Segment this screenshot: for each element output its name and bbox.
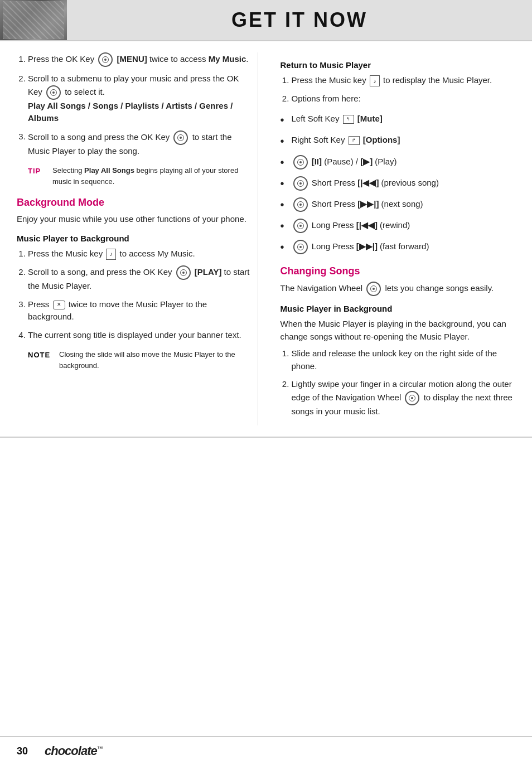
changing-songs-intro: The Navigation Wheel lets you change son… xyxy=(280,282,516,296)
option-rewind: • Long Press [|◀◀] (rewind) xyxy=(280,219,516,234)
option-fastforward: • Long Press [▶▶|] (fast forward) xyxy=(280,240,516,255)
footer: 30 chocolate™ xyxy=(0,736,532,765)
bg-step-2: Scroll to a song, and press the OK Key [… xyxy=(28,265,252,293)
music-key-icon-2: ♪ xyxy=(370,75,380,86)
return-to-music-heading: Return to Music Player xyxy=(280,60,516,70)
ok-key-icon-2 xyxy=(46,85,61,100)
header: GET IT NOW xyxy=(0,0,532,40)
header-title: GET IT NOW xyxy=(67,8,532,32)
music-player-to-background-heading: Music Player to Background xyxy=(17,234,252,243)
ok-key-icon-3 xyxy=(173,130,188,145)
left-softkey-icon: ↰ xyxy=(343,115,354,124)
page-number: 30 xyxy=(17,745,33,757)
option-prev-song-text: Short Press [|◀◀] (previous song) xyxy=(292,176,439,191)
main-content: Press the OK Key [MENU] twice to access … xyxy=(0,41,532,437)
background-steps: Press the Music key ♪ to access My Music… xyxy=(17,248,252,342)
changing-songs-body: When the Music Player is playing in the … xyxy=(280,318,516,343)
step-3: Scroll to a song and press the OK Key to… xyxy=(28,130,252,158)
option-pause-play: • [II] (Pause) / [▶] (Play) xyxy=(280,155,516,171)
left-column: Press the OK Key [MENU] twice to access … xyxy=(17,52,258,425)
bullet-1: • xyxy=(280,112,287,128)
play-options-label: Play All Songs / Songs / Playlists / Art… xyxy=(28,101,233,123)
header-image xyxy=(0,0,67,40)
option-fastforward-text: Long Press [▶▶|] (fast forward) xyxy=(292,240,429,254)
ok-key-icon-9 xyxy=(293,240,308,254)
play-label: [PLAY] xyxy=(195,267,222,277)
right-softkey-icon: ↱ xyxy=(349,136,360,145)
bottom-divider xyxy=(0,437,532,438)
tip-block: TIP Selecting Play All Songs begins play… xyxy=(28,165,252,187)
change-step-2: Lightly swipe your finger in a circular … xyxy=(292,378,516,418)
option-options: • Right Soft Key ↱ [Options] xyxy=(280,134,516,149)
nav-wheel-icon-2 xyxy=(405,391,419,405)
step-1: Press the OK Key [MENU] twice to access … xyxy=(28,52,252,67)
my-music-label: My Music xyxy=(209,54,246,64)
right-column: Return to Music Player Press the Music k… xyxy=(275,52,516,425)
background-mode-heading: Background Mode xyxy=(17,197,252,209)
nav-wheel-icon xyxy=(366,282,381,296)
brand-name: chocolate™ xyxy=(45,744,103,758)
bullet-5: • xyxy=(280,196,287,213)
note-text: Closing the slide will also move the Mus… xyxy=(59,349,252,371)
option-next-song-text: Short Press [▶▶|] (next song) xyxy=(292,197,423,212)
option-mute-text: Left Soft Key ↰ [Mute] xyxy=(292,113,383,125)
option-next-song: • Short Press [▶▶|] (next song) xyxy=(280,197,516,213)
changing-songs-heading: Changing Songs xyxy=(280,265,516,277)
bullet-2: • xyxy=(280,133,287,149)
options-list: • Left Soft Key ↰ [Mute] • Right Soft Ke… xyxy=(280,113,516,255)
changing-steps: Slide and release the unlock key on the … xyxy=(280,347,516,418)
option-rewind-text: Long Press [|◀◀] (rewind) xyxy=(292,219,410,233)
ok-key-icon-4 xyxy=(176,265,191,280)
option-mute: • Left Soft Key ↰ [Mute] xyxy=(280,113,516,128)
ok-key-icon-6 xyxy=(293,176,308,191)
end-key-icon: ✕ xyxy=(53,301,65,309)
return-step-2: Options from here: xyxy=(292,93,516,105)
ok-key-icon-1 xyxy=(98,52,113,67)
music-player-background-heading: Music Player in Background xyxy=(280,304,516,313)
bg-step-4: The current song title is displayed unde… xyxy=(28,329,252,342)
return-step-1: Press the Music key ♪ to redisplay the M… xyxy=(292,74,516,87)
change-step-1: Slide and release the unlock key on the … xyxy=(292,347,516,372)
ok-key-icon-5 xyxy=(293,155,308,170)
note-block: NOTE Closing the slide will also move th… xyxy=(28,349,252,371)
option-options-text: Right Soft Key ↱ [Options] xyxy=(292,134,400,147)
bullet-4: • xyxy=(280,175,287,192)
background-intro: Enjoy your music while you use other fun… xyxy=(17,213,252,226)
brand-text: chocolate xyxy=(45,744,97,758)
main-steps: Press the OK Key [MENU] twice to access … xyxy=(17,52,252,157)
menu-label: [MENU] xyxy=(117,54,147,64)
option-prev-song: • Short Press [|◀◀] (previous song) xyxy=(280,176,516,192)
step-2: Scroll to a submenu to play your music a… xyxy=(28,72,252,125)
tip-label: TIP xyxy=(28,165,46,187)
ok-key-icon-8 xyxy=(293,219,308,233)
return-steps: Press the Music key ♪ to redisplay the M… xyxy=(280,74,516,105)
bg-step-1: Press the Music key ♪ to access My Music… xyxy=(28,248,252,260)
option-pause-play-text: [II] (Pause) / [▶] (Play) xyxy=(292,155,397,170)
brand-suffix: ™ xyxy=(97,745,103,752)
bg-step-3: Press ✕ twice to move the Music Player t… xyxy=(28,298,252,323)
bullet-6: • xyxy=(280,217,287,234)
note-label: NOTE xyxy=(28,349,52,371)
bullet-7: • xyxy=(280,239,287,255)
ok-key-icon-7 xyxy=(293,197,308,212)
music-key-icon-1: ♪ xyxy=(106,249,116,260)
tip-text: Selecting Play All Songs begins playing … xyxy=(52,165,252,187)
bullet-3: • xyxy=(280,154,287,171)
